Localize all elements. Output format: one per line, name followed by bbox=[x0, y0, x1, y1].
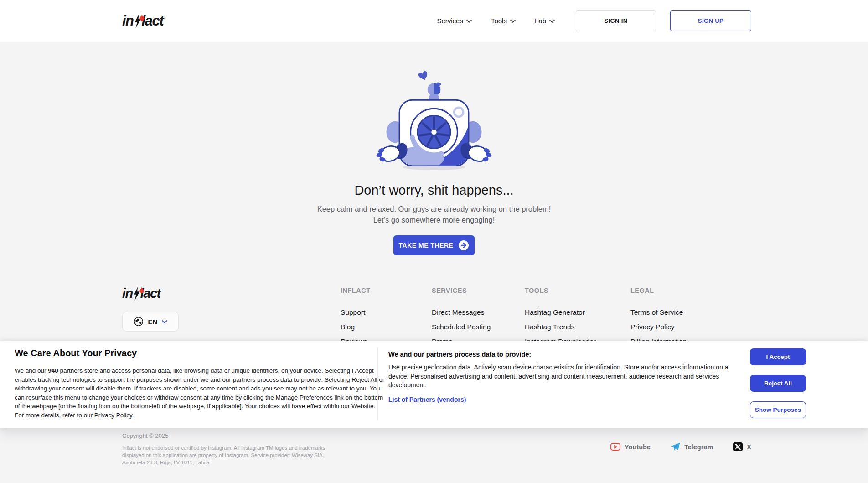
error-robot-illustration bbox=[0, 67, 868, 173]
nav-tools-label: Tools bbox=[491, 17, 507, 25]
error-subtitle-line2: Let’s go somewhere more engaging! bbox=[373, 216, 495, 224]
error-subtitle-line1: Keep calm and relaxed. Our guys are alre… bbox=[317, 205, 551, 213]
footer-link-terms-of-service[interactable]: Terms of Service bbox=[630, 308, 683, 317]
social-links: Youtube Telegram X bbox=[122, 442, 751, 451]
logo-flame-icon bbox=[139, 9, 145, 23]
footer-column-services: SERVICES Direct Messages Scheduled Posti… bbox=[432, 287, 467, 294]
footer-column-inflact: INFLACT Support Blog Reviews bbox=[341, 287, 371, 294]
cookie-consent-banner: We Care About Your Privacy We and our 94… bbox=[0, 341, 868, 428]
chevron-down-icon bbox=[510, 20, 516, 23]
language-selector[interactable]: EN bbox=[122, 312, 179, 332]
footer-column-tools: TOOLS Hashtag Generator Hashtag Trends I… bbox=[525, 287, 548, 294]
take-me-there-label: TAKE ME THERE bbox=[399, 242, 454, 249]
footer-column-title: INFLACT bbox=[341, 287, 371, 294]
footer-link-direct-messages[interactable]: Direct Messages bbox=[432, 308, 484, 317]
footer-column-title: TOOLS bbox=[525, 287, 548, 294]
footer-link-hashtag-generator[interactable]: Hashtag Generator bbox=[525, 308, 585, 317]
telegram-icon bbox=[671, 442, 680, 451]
logo-flame-icon bbox=[139, 282, 145, 296]
logo-text-prefix: in bbox=[122, 287, 133, 300]
error-subtitle: Keep calm and relaxed. Our guys are alre… bbox=[0, 203, 868, 225]
nav-lab[interactable]: Lab bbox=[535, 17, 555, 25]
youtube-link[interactable]: Youtube bbox=[610, 443, 651, 451]
footer-link-blog[interactable]: Blog bbox=[341, 323, 355, 331]
footer-link-hashtag-trends[interactable]: Hashtag Trends bbox=[525, 323, 574, 331]
error-title: Don’t worry, shit happens... bbox=[0, 183, 868, 198]
show-purposes-button[interactable]: Show Purposes bbox=[750, 401, 806, 418]
cookie-purpose-body: Use precise geolocation data. Actively s… bbox=[388, 363, 738, 390]
cookie-banner-body: We and our 940 partners store and access… bbox=[15, 366, 385, 420]
partners-count: 940 bbox=[48, 367, 58, 374]
x-link[interactable]: X bbox=[733, 442, 751, 451]
list-of-partners-link[interactable]: List of Partners (vendors) bbox=[388, 396, 466, 403]
nav-lab-label: Lab bbox=[535, 17, 546, 25]
footer-column-title: LEGAL bbox=[630, 287, 654, 294]
footer-column-title: SERVICES bbox=[432, 287, 467, 294]
telegram-link[interactable]: Telegram bbox=[671, 442, 713, 451]
disclaimer-line: displayed on this application are proper… bbox=[122, 452, 751, 459]
sign-up-button[interactable]: SIGN UP bbox=[670, 10, 751, 31]
main-nav: Services Tools Lab bbox=[437, 17, 555, 25]
error-page-main: Don’t worry, shit happens... Keep calm a… bbox=[0, 42, 868, 255]
footer-link-privacy-policy[interactable]: Privacy Policy bbox=[630, 323, 674, 331]
logo-text-prefix: in bbox=[122, 14, 134, 28]
sign-in-button[interactable]: SIGN IN bbox=[576, 10, 656, 31]
cookie-banner-title: We Care About Your Privacy bbox=[15, 348, 385, 358]
globe-icon bbox=[134, 317, 144, 327]
chevron-down-icon bbox=[162, 320, 167, 323]
chevron-down-icon bbox=[549, 20, 555, 23]
cookie-purposes-section: We and our partners process data to prov… bbox=[388, 351, 738, 404]
nav-services[interactable]: Services bbox=[437, 17, 472, 25]
footer-link-scheduled-posting[interactable]: Scheduled Posting bbox=[432, 323, 491, 331]
cookie-banner-divider bbox=[377, 348, 378, 420]
arrow-right-circle-icon bbox=[458, 240, 469, 251]
footer-link-support[interactable]: Support bbox=[341, 308, 365, 317]
copyright-text: Copyright © 2025 bbox=[122, 432, 751, 439]
language-code: EN bbox=[148, 318, 158, 326]
footer-column-legal: LEGAL Terms of Service Privacy Policy Bi… bbox=[630, 287, 654, 294]
x-icon bbox=[733, 442, 743, 451]
disclaimer-line: Avotu iela 23-3, Riga, LV-1011, Latvia bbox=[122, 459, 751, 466]
footer-inflact-logo[interactable]: in lact bbox=[122, 287, 160, 300]
nav-services-label: Services bbox=[437, 17, 463, 25]
header: in lact Services Tools Lab SIGN IN SIGN … bbox=[0, 0, 868, 42]
take-me-there-button[interactable]: TAKE ME THERE bbox=[393, 235, 475, 255]
nav-tools[interactable]: Tools bbox=[491, 17, 516, 25]
cookie-privacy-section: We Care About Your Privacy We and our 94… bbox=[15, 348, 385, 420]
chevron-down-icon bbox=[466, 20, 472, 23]
reject-cookies-button[interactable]: Reject All bbox=[750, 375, 806, 392]
youtube-label: Youtube bbox=[625, 443, 651, 451]
inflact-logo[interactable]: in lact bbox=[122, 14, 163, 28]
x-label: X bbox=[747, 443, 751, 451]
youtube-icon bbox=[610, 443, 620, 451]
cookie-purpose-title: We and our partners process data to prov… bbox=[388, 351, 738, 358]
accept-cookies-button[interactable]: I Accept bbox=[750, 348, 806, 365]
telegram-label: Telegram bbox=[684, 443, 713, 451]
